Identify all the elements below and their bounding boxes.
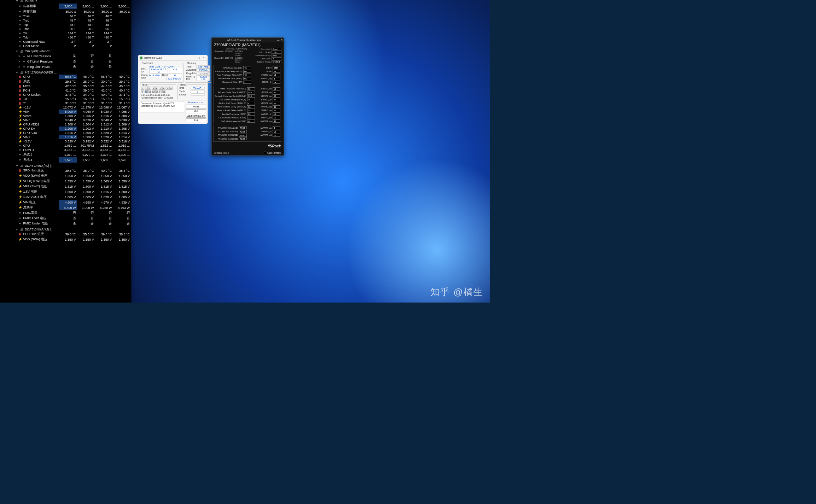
sensor-row[interactable]: ⚡ +5V5.000 V4.960 V5.030 V4.995 V [15,110,131,114]
test-cell: 5 [159,87,162,90]
sensor-row[interactable]: ⚡ +3.3V3.320 V3.292 V3.332 V3.318 V [15,139,131,143]
sensor-row[interactable]: > ● GT Limit Reasons否否否 [15,59,131,64]
sensor-row[interactable]: ⚡ VPP (SWC) 电压1.815 V1.800 V1.815 V1.815… [15,184,131,189]
sensor-row[interactable]: ● 系统 11,310 ...1,279 ...1,327 ...1,300 .… [15,152,131,157]
section-header[interactable]: ▾ ▦ CPU [#0]: Intel Co... [15,48,131,53]
sensor-icon: ▮ [18,169,22,172]
minimize-button[interactable]: — [276,39,280,41]
section-header[interactable]: ▾ ▦ DDR5 DIMM [#2] (... [15,226,131,232]
section-header[interactable]: ▾ ▦ DDR5 DIMM [#0] (... [15,163,131,168]
sensor-row[interactable]: ⚡ VDD (SWA) 电压1.350 V1.350 V1.350 V1.350… [15,173,131,178]
test-cell: 8 [169,87,173,90]
test-cell: 1 [145,87,148,90]
sensor-row[interactable]: ⚡ +12V12.072 V11.976 V12.096 V12.067 V [15,105,131,110]
sensor-row[interactable]: > ● Ring Limit Reas...否否是 [15,64,131,69]
sensor-icon: ● [23,60,26,63]
sensor-row[interactable]: > ● IA Limit Reasons是否是 [15,53,131,59]
sensor-row[interactable]: ⚡ VDDQ (SWB) 电压1.350 V1.350 V1.365 V1.35… [15,178,131,184]
site-link[interactable]: testmem.tz.ru [186,101,206,104]
section-header[interactable]: ▾ ▦ MSI Z790MPOWER ... [15,69,131,75]
sensor-row[interactable]: ● Trp48 T48 T48 T [15,23,131,27]
sensor-row[interactable]: ● Tcas46 T46 T46 T [15,14,131,18]
mail-button[interactable]: Mail [186,109,206,113]
sensor-row[interactable]: ⚡ 1.0V VOUT 电压1.005 V1.005 V1.020 V1.005… [15,194,131,200]
auto-refresh-toggle[interactable]: Auto Refresh( [264,152,281,154]
sensor-icon: ● [23,54,26,58]
sensor-row[interactable]: ● Tras96 T96 T96 T [15,27,131,31]
sensor-icon: ● [18,19,22,22]
sensor-icon: ⚡ [18,206,22,209]
sensor-row[interactable]: ▮ T015.5 °C15.0 °C15.5 °C15.5 °C [15,97,131,101]
summary-info: Channels #QuadFSB : DRAM1:30DRAM Frequen… [249,48,282,63]
sensor-row[interactable]: ⚡ 1.8V 电压1.800 V1.800 V1.815 V1.800 V [15,189,131,194]
timing-row: RAS to RAS Delay (tRRD_S)8 [215,102,255,105]
sensor-icon: ● [18,4,22,8]
timing-row: tREFI5856 [253,66,280,69]
sensor-icon: ● [18,36,22,39]
titlebar[interactable]: TestMem5 v0.12 — ▢ ✕ [138,55,208,61]
titlebar[interactable]: ASRock Timing Configurator — ✕ [212,38,284,42]
minimize-button[interactable]: — [191,57,196,59]
sensor-icon: ● [18,158,22,162]
test-cell: 11 [148,90,151,93]
sensor-row[interactable]: ● 内存倍频30.00 x30.00 x30.00 x30.00 x [15,9,131,14]
sensor-row[interactable]: ⚡ VIN71.516 V1.508 V1.520 V1.514 V [15,135,131,139]
auto-refresh-label: Auto Refresh( [267,152,281,154]
timing-row: tRDRD_dd14 [257,87,280,90]
sensor-row[interactable]: ● PUMP13,166 ...3,133 ...3,183 ...3,162 … [15,148,131,152]
sensor-row[interactable]: ▮ SPD Hub 温度39.0 °C35.3 °C39.8 °C38.5 °C [15,232,131,237]
timing-row: tWRWR_dr16 [249,130,281,133]
secondary-timings-panel: Write Recovery Time (tWR)90Refresh Cycle… [213,86,282,124]
sensor-table: ● Core C1 驻留率0.0 %0.0 %0.4 %0.0 %● Core … [15,0,131,242]
sensor-row[interactable]: ▮ MOS42.5 °C35.0 °C44.5 °C40.6 °C [15,84,131,88]
testmem5-window[interactable]: TestMem5 v0.12 — ▢ ✕ Processor Intel Cor… [138,55,208,124]
sensor-row[interactable]: ● 内存频率3,000....3,000....3,000....3,000..… [15,4,131,9]
asrock-timing-window[interactable]: ASRock Timing Configurator — ✕ Z790MPOWE… [211,37,284,156]
sensor-row[interactable]: ▮ 系统29.5 °C28.0 °C30.0 °C29.2 °C [15,79,131,84]
sensor-row[interactable]: ● Command Rate2 T2 T2 T [15,40,131,44]
sensor-icon: ● [18,23,22,27]
sensor-row[interactable]: ● PMIC Under 电压否否否否 [15,221,131,226]
sensor-row[interactable]: ▮ CPU50.5 °C46.0 °C66.5 °C49.9 °C [15,75,131,79]
timing-row: tWRWR_dg8 [249,126,281,129]
sensor-row[interactable]: ● CPU1,059 ...801 RPM1,812 ...1,019 ... [15,143,131,148]
sensor-row[interactable]: ⚡ CPU VDD21.308 V1.304 V1.312 V1.309 V [15,122,131,127]
processor-header: Processor [141,62,154,64]
sensor-row[interactable]: ● Trcd48 T48 T48 T [15,18,131,23]
test-cell: 10 [145,90,148,93]
timing-row: CAS# Latency (tCL)46 [215,66,251,69]
timing-row: tRDRD_sg16 [253,73,280,76]
sensor-row[interactable]: ▮ CPU Socket37.5 °C34.0 °C40.0 °C37.1 °C [15,93,131,97]
sensor-row[interactable]: ▮ T131.0 °C31.0 °C31.5 °C31.2 °C [15,101,131,105]
home-button[interactable]: Home [186,105,206,109]
sensor-row[interactable]: ⚡ VDD (SWA) 电压1.350 V1.350 V1.350 V1.350… [15,237,131,242]
sensor-row[interactable]: ● PMIC高温否否否否 [15,210,131,216]
sensor-row[interactable]: ▮ SPD Hub 温度39.5 °C35.0 °C40.0 °C38.6 °C [15,168,131,173]
tests-header: Tests [141,83,148,86]
close-button[interactable]: ✕ [280,39,284,41]
timing-row: tRDRD_dg8 [253,77,280,80]
sensor-row[interactable]: ● 系统 41,578 ...1,566 ...1,602 ...1,576 .… [15,157,131,163]
checkbox-icon[interactable] [264,152,266,154]
sensor-row[interactable]: ▮ PCH41.0 °C39.0 °C42.0 °C40.4 °C [15,88,131,93]
sensor-icon: ● [18,222,22,225]
sensor-icon: ⚡ [18,190,22,193]
sensor-row[interactable]: ⚡ CPU SA1.206 V1.202 V1.210 V1.205 V [15,127,131,131]
sensor-icon: ⚡ [18,179,22,183]
channel-row: ChannelB016384MB0x2D2D / 0.000v / 0.000v [214,57,247,63]
sensor-row[interactable]: ⚡ CPU AUX1.816 V1.808 V1.820 V1.814 V [15,131,131,135]
sensor-row[interactable]: ⚡ 总功率4.500 W1.000 W5.250 W4.793 W [15,205,131,210]
section-header[interactable]: ▾ ▦ 内存时序 [15,0,131,4]
sensor-row[interactable]: ⚡ VIN 电压4.900 V4.690 V4.970 V4.839 V [15,200,131,205]
timing-row: CAS Write Latency (tCWL)42 [215,119,255,123]
sensor-row[interactable]: ● Trfc480 T480 T480 T [15,35,131,40]
sensor-row[interactable]: ● PMIC Over 电压否否否否 [15,216,131,221]
maximize-button[interactable]: ▢ [196,57,201,59]
sensor-row[interactable]: ● Trc144 T144 T144 T [15,31,131,35]
exit-button[interactable]: Exit [186,118,206,122]
close-button[interactable]: ✕ [201,57,206,59]
load-config-exit-button[interactable]: Load config & exit [186,114,206,118]
sensor-row[interactable]: ⚡ VIN30.048 V0.028 V0.048 V0.038 V [15,118,131,122]
sensor-row[interactable]: ⚡ Vcore1.308 V1.266 V1.316 V1.308 V [15,114,131,118]
sensor-row[interactable]: ● Gear Mode222 [15,44,131,48]
